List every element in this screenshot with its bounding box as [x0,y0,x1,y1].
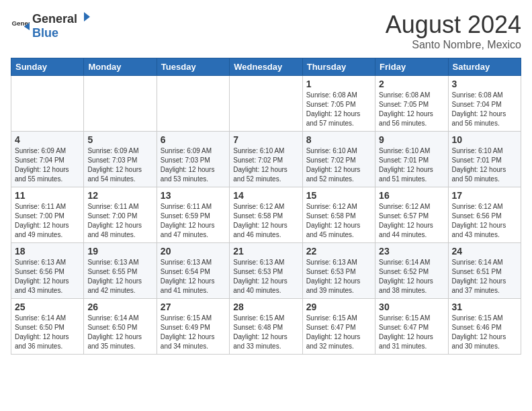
day-info: Sunrise: 6:14 AM Sunset: 6:51 PM Dayligh… [452,258,517,295]
day-info: Sunrise: 6:15 AM Sunset: 6:47 PM Dayligh… [379,314,444,351]
calendar-cell: 31Sunrise: 6:15 AM Sunset: 6:46 PM Dayli… [448,299,521,355]
calendar-week-row: 4Sunrise: 6:09 AM Sunset: 7:04 PM Daylig… [11,132,521,187]
day-info: Sunrise: 6:13 AM Sunset: 6:55 PM Dayligh… [87,258,152,295]
day-number: 25 [15,302,80,312]
calendar-cell: 6Sunrise: 6:09 AM Sunset: 7:03 PM Daylig… [157,132,229,187]
month-year-title: August 2024 [386,11,521,39]
logo-blue: Blue [32,26,58,40]
calendar-cell [11,76,84,132]
day-number: 22 [306,246,371,257]
day-info: Sunrise: 6:08 AM Sunset: 7:05 PM Dayligh… [306,91,371,128]
day-number: 1 [306,79,371,89]
calendar-cell: 2Sunrise: 6:08 AM Sunset: 7:05 PM Daylig… [375,76,448,132]
day-info: Sunrise: 6:12 AM Sunset: 6:58 PM Dayligh… [306,202,371,240]
calendar-cell: 18Sunrise: 6:13 AM Sunset: 6:56 PM Dayli… [11,243,84,299]
calendar-cell: 26Sunrise: 6:14 AM Sunset: 6:50 PM Dayli… [84,299,157,355]
day-info: Sunrise: 6:12 AM Sunset: 6:57 PM Dayligh… [379,202,444,240]
weekday-header-friday: Friday [375,58,448,76]
day-info: Sunrise: 6:10 AM Sunset: 7:02 PM Dayligh… [233,146,298,184]
day-number: 11 [15,190,80,201]
weekday-header-monday: Monday [84,58,157,76]
calendar-cell: 7Sunrise: 6:10 AM Sunset: 7:02 PM Daylig… [230,132,302,187]
day-number: 24 [452,246,517,257]
day-number: 31 [452,302,517,312]
day-info: Sunrise: 6:10 AM Sunset: 7:01 PM Dayligh… [452,146,517,184]
day-info: Sunrise: 6:11 AM Sunset: 7:00 PM Dayligh… [87,202,152,240]
calendar-cell: 15Sunrise: 6:12 AM Sunset: 6:58 PM Dayli… [302,187,375,243]
calendar-cell: 4Sunrise: 6:09 AM Sunset: 7:04 PM Daylig… [11,132,84,187]
day-info: Sunrise: 6:15 AM Sunset: 6:48 PM Dayligh… [233,314,298,351]
calendar-cell: 22Sunrise: 6:13 AM Sunset: 6:53 PM Dayli… [302,243,375,299]
day-number: 20 [161,246,226,257]
day-info: Sunrise: 6:11 AM Sunset: 6:59 PM Dayligh… [161,202,226,240]
day-number: 23 [379,246,444,257]
calendar-cell: 20Sunrise: 6:13 AM Sunset: 6:54 PM Dayli… [157,243,229,299]
calendar-cell: 11Sunrise: 6:11 AM Sunset: 7:00 PM Dayli… [11,187,84,243]
day-number: 10 [452,134,517,145]
day-number: 26 [87,302,152,312]
day-number: 13 [161,190,226,201]
logo-icon: General [11,16,30,35]
day-number: 30 [379,302,444,312]
calendar-cell: 21Sunrise: 6:13 AM Sunset: 6:53 PM Dayli… [230,243,302,299]
day-info: Sunrise: 6:12 AM Sunset: 6:56 PM Dayligh… [452,202,517,240]
calendar-cell: 23Sunrise: 6:14 AM Sunset: 6:52 PM Dayli… [375,243,448,299]
day-number: 18 [15,246,80,257]
calendar-cell: 14Sunrise: 6:12 AM Sunset: 6:58 PM Dayli… [230,187,302,243]
day-info: Sunrise: 6:15 AM Sunset: 6:49 PM Dayligh… [161,314,226,351]
calendar-cell: 8Sunrise: 6:10 AM Sunset: 7:02 PM Daylig… [302,132,375,187]
calendar-cell [230,76,302,132]
calendar-cell: 9Sunrise: 6:10 AM Sunset: 7:01 PM Daylig… [375,132,448,187]
day-number: 3 [452,79,517,89]
calendar-cell: 27Sunrise: 6:15 AM Sunset: 6:49 PM Dayli… [157,299,229,355]
day-info: Sunrise: 6:11 AM Sunset: 7:00 PM Dayligh… [15,202,80,240]
day-number: 12 [87,190,152,201]
day-number: 4 [15,134,80,145]
calendar-cell: 5Sunrise: 6:09 AM Sunset: 7:03 PM Daylig… [84,132,157,187]
day-info: Sunrise: 6:15 AM Sunset: 6:47 PM Dayligh… [306,314,371,351]
calendar-week-row: 18Sunrise: 6:13 AM Sunset: 6:56 PM Dayli… [11,243,521,299]
calendar-cell: 28Sunrise: 6:15 AM Sunset: 6:48 PM Dayli… [230,299,302,355]
calendar-week-row: 1Sunrise: 6:08 AM Sunset: 7:05 PM Daylig… [11,76,521,132]
calendar-cell: 1Sunrise: 6:08 AM Sunset: 7:05 PM Daylig… [302,76,375,132]
day-number: 15 [306,190,371,201]
day-info: Sunrise: 6:10 AM Sunset: 7:02 PM Dayligh… [306,146,371,184]
calendar-cell: 12Sunrise: 6:11 AM Sunset: 7:00 PM Dayli… [84,187,157,243]
day-number: 29 [306,302,371,312]
day-info: Sunrise: 6:09 AM Sunset: 7:04 PM Dayligh… [15,146,80,184]
day-number: 7 [233,134,298,145]
day-info: Sunrise: 6:13 AM Sunset: 6:54 PM Dayligh… [161,258,226,295]
calendar-cell: 17Sunrise: 6:12 AM Sunset: 6:56 PM Dayli… [448,187,521,243]
weekday-header-sunday: Sunday [11,58,84,76]
day-info: Sunrise: 6:13 AM Sunset: 6:53 PM Dayligh… [233,258,298,295]
calendar-cell: 16Sunrise: 6:12 AM Sunset: 6:57 PM Dayli… [375,187,448,243]
day-number: 19 [87,246,152,257]
day-info: Sunrise: 6:08 AM Sunset: 7:05 PM Dayligh… [379,91,444,128]
weekday-header-saturday: Saturday [448,58,521,76]
calendar-cell: 3Sunrise: 6:08 AM Sunset: 7:04 PM Daylig… [448,76,521,132]
weekday-header-tuesday: Tuesday [157,58,229,76]
day-number: 17 [452,190,517,201]
day-info: Sunrise: 6:08 AM Sunset: 7:04 PM Dayligh… [452,91,517,128]
day-number: 16 [379,190,444,201]
calendar-week-row: 11Sunrise: 6:11 AM Sunset: 7:00 PM Dayli… [11,187,521,243]
calendar-cell: 29Sunrise: 6:15 AM Sunset: 6:47 PM Dayli… [302,299,375,355]
logo-general: General [32,12,77,26]
day-number: 6 [161,134,226,145]
day-info: Sunrise: 6:09 AM Sunset: 7:03 PM Dayligh… [161,146,226,184]
day-info: Sunrise: 6:12 AM Sunset: 6:58 PM Dayligh… [233,202,298,240]
calendar-cell: 24Sunrise: 6:14 AM Sunset: 6:51 PM Dayli… [448,243,521,299]
weekday-header-wednesday: Wednesday [230,58,302,76]
day-info: Sunrise: 6:13 AM Sunset: 6:56 PM Dayligh… [15,258,80,295]
day-info: Sunrise: 6:10 AM Sunset: 7:01 PM Dayligh… [379,146,444,184]
calendar-cell [157,76,229,132]
calendar-cell [84,76,157,132]
calendar-cell: 19Sunrise: 6:13 AM Sunset: 6:55 PM Dayli… [84,243,157,299]
calendar-cell: 10Sunrise: 6:10 AM Sunset: 7:01 PM Dayli… [448,132,521,187]
page-header: General General Blue August 2024 Santo N… [11,11,521,51]
day-number: 14 [233,190,298,201]
day-info: Sunrise: 6:14 AM Sunset: 6:50 PM Dayligh… [87,314,152,351]
day-info: Sunrise: 6:14 AM Sunset: 6:50 PM Dayligh… [15,314,80,351]
day-number: 21 [233,246,298,257]
calendar-week-row: 25Sunrise: 6:14 AM Sunset: 6:50 PM Dayli… [11,299,521,355]
